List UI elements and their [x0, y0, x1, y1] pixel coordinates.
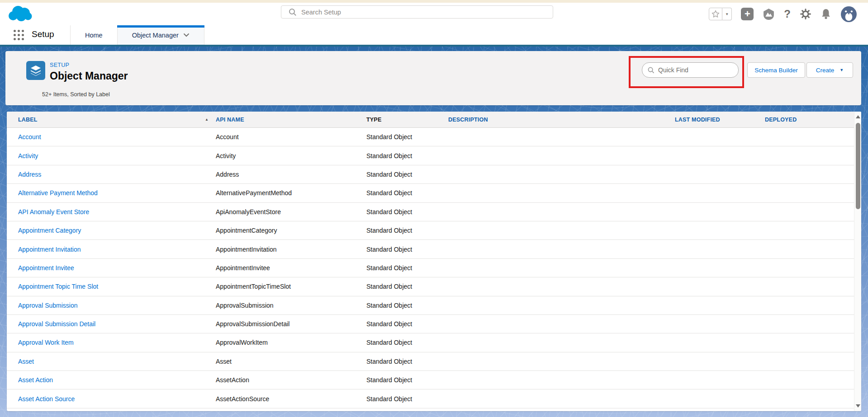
object-label-link[interactable]: Asset Action Source: [18, 395, 75, 403]
object-label-link[interactable]: Appointment Invitation: [18, 246, 81, 253]
column-header-api-name[interactable]: API NAME: [216, 117, 366, 123]
api-name-cell: Activity: [216, 152, 366, 159]
api-name-cell: AssetActionSource: [216, 395, 366, 403]
favorites-star-icon[interactable]: [709, 8, 722, 20]
scrollbar-thumb[interactable]: [856, 123, 860, 209]
table-row: Appointment Topic Time Slot AppointmentT…: [7, 277, 854, 296]
help-icon[interactable]: ?: [784, 8, 791, 20]
api-name-cell: ApprovalSubmissionDetail: [216, 320, 366, 328]
quick-find-search-icon: [648, 67, 655, 74]
schema-builder-button[interactable]: Schema Builder: [747, 62, 805, 78]
api-name-cell: AlternativePaymentMethod: [216, 189, 366, 197]
object-label-link[interactable]: Alternative Payment Method: [18, 189, 98, 197]
object-manager-tile-icon: [26, 61, 45, 80]
object-label-link[interactable]: Account: [18, 133, 41, 141]
table-scrollbar[interactable]: [854, 112, 861, 411]
search-input[interactable]: [301, 9, 548, 16]
type-cell: Standard Object: [366, 246, 448, 253]
app-launcher-icon[interactable]: [14, 30, 24, 41]
object-label-link[interactable]: Asset: [18, 358, 34, 365]
type-cell: Standard Object: [366, 395, 448, 403]
object-label-link[interactable]: API Anomaly Event Store: [18, 208, 89, 216]
table-row: Account Account Standard Object: [7, 128, 854, 146]
type-cell: Standard Object: [366, 376, 448, 384]
object-label-link[interactable]: Approval Submission Detail: [18, 320, 95, 328]
type-cell: Standard Object: [366, 264, 448, 272]
global-header: ▼ + ?: [0, 3, 868, 25]
salesforce-setup-object-manager-screen: ▼ + ?: [0, 0, 868, 417]
global-search-box[interactable]: [281, 5, 553, 19]
user-avatar[interactable]: [840, 6, 857, 23]
sort-ascending-icon: ▲: [205, 117, 209, 122]
table-row: Asset Action Source AssetActionSource St…: [7, 389, 854, 408]
nav-tabs: Home Object Manager: [70, 25, 204, 45]
tab-home[interactable]: Home: [70, 25, 117, 45]
salesforce-cloud-icon: [6, 4, 33, 23]
api-name-cell: Account: [216, 133, 366, 141]
app-name-label: Setup: [32, 29, 54, 39]
guidance-center-icon[interactable]: [763, 8, 775, 20]
table-row: Appointment Category AppointmentCategory…: [7, 221, 854, 240]
api-name-cell: ApiAnomalyEventStore: [216, 208, 366, 216]
type-cell: Standard Object: [366, 171, 448, 178]
table-body: Account Account Standard Object Activity…: [7, 128, 854, 411]
api-name-cell: AppointmentInvitation: [216, 246, 366, 253]
object-label-link[interactable]: Appointment Invitee: [18, 264, 74, 272]
scrollbar-down-arrow-icon[interactable]: [856, 404, 860, 408]
breadcrumb-setup-label: SETUP: [50, 62, 69, 68]
favorites-control: ▼: [709, 8, 732, 20]
scrollbar-up-arrow-icon[interactable]: [856, 115, 860, 118]
global-actions-plus-icon[interactable]: +: [741, 8, 754, 20]
quick-find-box[interactable]: [642, 62, 739, 78]
table-row: API Anomaly Event Store ApiAnomalyEventS…: [7, 203, 854, 221]
object-label-link[interactable]: Asset Action: [18, 376, 53, 384]
api-name-cell: ApprovalWorkItem: [216, 339, 366, 346]
column-header-last-modified[interactable]: LAST MODIFIED: [675, 117, 765, 123]
column-header-description[interactable]: DESCRIPTION: [448, 117, 675, 123]
salesforce-logo: [6, 4, 33, 24]
quick-find-input[interactable]: [658, 66, 740, 74]
type-cell: Standard Object: [366, 302, 448, 309]
object-label-link[interactable]: Approval Submission: [18, 302, 78, 309]
type-cell: Standard Object: [366, 152, 448, 159]
object-label-link[interactable]: Appointment Category: [18, 227, 81, 234]
page-title: Object Manager: [50, 70, 128, 82]
type-cell: Standard Object: [366, 133, 448, 141]
favorites-dropdown-icon[interactable]: ▼: [722, 8, 732, 20]
setup-gear-icon[interactable]: [800, 8, 811, 20]
table-row: Approval Work Item ApprovalWorkItem Stan…: [7, 333, 854, 352]
object-list-card: LABEL ▲ API NAME TYPE DESCRIPTION LAST M…: [7, 112, 861, 411]
api-name-cell: AppointmentInvitee: [216, 264, 366, 272]
api-name-cell: Address: [216, 171, 366, 178]
api-name-cell: Asset: [216, 358, 366, 365]
object-label-link[interactable]: Appointment Topic Time Slot: [18, 283, 98, 290]
type-cell: Standard Object: [366, 358, 448, 365]
table-row: Address Address Standard Object: [7, 165, 854, 184]
create-dropdown-caret-icon: ▼: [840, 68, 844, 72]
object-label-link[interactable]: Activity: [18, 152, 38, 159]
api-name-cell: ApprovalSubmission: [216, 302, 366, 309]
column-header-deployed[interactable]: DEPLOYED: [765, 117, 861, 123]
create-button[interactable]: Create ▼: [806, 62, 853, 78]
api-name-cell: AppointmentTopicTimeSlot: [216, 283, 366, 290]
api-name-cell: AssetAction: [216, 376, 366, 384]
table-row: Appointment Invitee AppointmentInvitee S…: [7, 259, 854, 277]
tab-object-manager[interactable]: Object Manager: [117, 25, 204, 45]
table-row: Approval Submission Detail ApprovalSubmi…: [7, 315, 854, 333]
table-row: Appointment Invitation AppointmentInvita…: [7, 240, 854, 258]
column-header-type: TYPE: [366, 117, 448, 123]
type-cell: Standard Object: [366, 189, 448, 197]
type-cell: Standard Object: [366, 227, 448, 234]
object-label-link[interactable]: Approval Work Item: [18, 339, 74, 346]
object-label-link[interactable]: Address: [18, 171, 41, 178]
type-cell: Standard Object: [366, 320, 448, 328]
column-header-label[interactable]: LABEL ▲: [18, 117, 216, 123]
api-name-cell: AppointmentCategory: [216, 227, 366, 234]
search-icon: [289, 8, 297, 16]
item-count-summary: 52+ Items, Sorted by Label: [42, 91, 110, 98]
table-row: Alternative Payment Method AlternativePa…: [7, 184, 854, 202]
notifications-bell-icon[interactable]: [821, 8, 831, 20]
table-row: Asset Relationship AssetRelationship Sta…: [7, 408, 854, 411]
table-row: Approval Submission ApprovalSubmission S…: [7, 296, 854, 315]
type-cell: Standard Object: [366, 339, 448, 346]
